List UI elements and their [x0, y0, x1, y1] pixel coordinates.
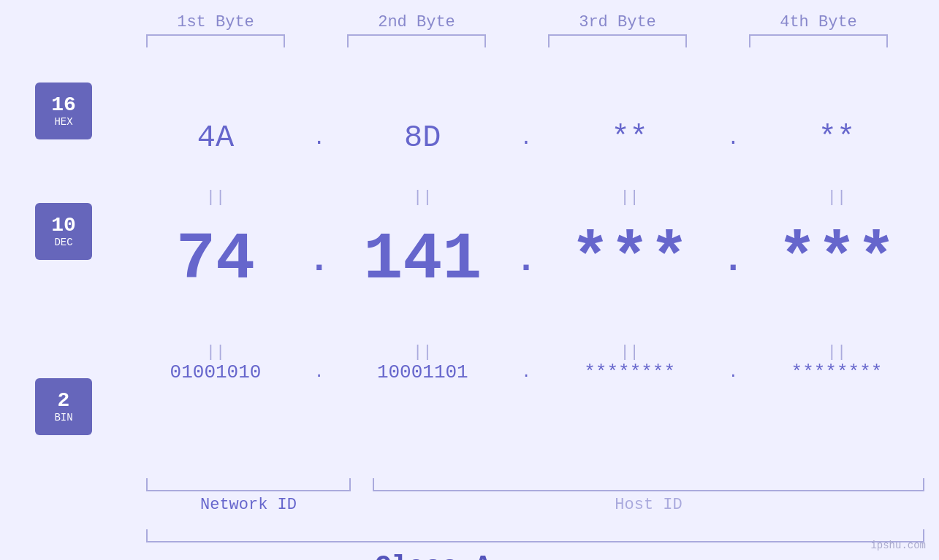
- dec-values: 74 . 141 . *** . ***: [146, 223, 906, 297]
- hex-dot3: .: [727, 127, 740, 150]
- hex-b3: **: [560, 120, 699, 156]
- dec-dot2: .: [515, 239, 537, 281]
- bin-b4: ********: [767, 361, 906, 383]
- hex-b2: 8D: [353, 120, 492, 156]
- dec-row: 74 . 141 . *** . ***: [0, 223, 939, 297]
- bin-b3: ********: [560, 361, 699, 383]
- id-labels: Network ID Host ID: [0, 496, 939, 514]
- eq5: ||: [146, 343, 285, 361]
- watermark: ipshu.com: [870, 540, 926, 551]
- hex-b1: 4A: [146, 120, 285, 156]
- equals-dec-bin: || || || ||: [0, 343, 939, 361]
- dec-dot3: .: [722, 239, 744, 281]
- dec-b1: 74: [146, 223, 285, 297]
- host-bracket: [373, 478, 924, 491]
- dec-b3: ***: [560, 223, 699, 297]
- top-brackets: [115, 34, 919, 47]
- bracket-b3: [548, 34, 687, 47]
- bin-base-label: BIN: [54, 413, 72, 423]
- hex-b4: **: [767, 120, 906, 156]
- bin-dot1: .: [314, 364, 324, 382]
- byte-headers: 1st Byte 2nd Byte 3rd Byte 4th Byte: [115, 0, 919, 31]
- byte3-header: 3rd Byte: [544, 13, 691, 31]
- equals-hex-dec-values: || || || ||: [146, 188, 906, 207]
- equals-hex-dec: || || || ||: [0, 188, 939, 207]
- dec-dot1: .: [308, 239, 330, 281]
- byte2-header: 2nd Byte: [343, 13, 490, 31]
- eq4: ||: [767, 188, 906, 207]
- network-id-label: Network ID: [146, 496, 351, 514]
- bin-values: 01001010 . 10001101 . ******** . *******…: [146, 361, 906, 383]
- eq1: ||: [146, 188, 285, 207]
- byte4-header: 4th Byte: [745, 13, 892, 31]
- bottom-brackets: [0, 478, 939, 491]
- hex-base-number: 16: [51, 94, 76, 117]
- outer-bracket: [146, 529, 924, 542]
- eq2: ||: [353, 188, 492, 207]
- bracket-b4: [749, 34, 888, 47]
- equals-dec-bin-values: || || || ||: [146, 343, 906, 361]
- content-area: 16 HEX 4A . 8D . ** . ** || || ||: [0, 47, 939, 560]
- dec-b2: 141: [353, 223, 492, 297]
- class-label: Class A: [0, 551, 866, 560]
- bin-dot2: .: [521, 364, 531, 382]
- bracket-b2: [347, 34, 486, 47]
- eq6: ||: [353, 343, 492, 361]
- bin-b2: 10001101: [353, 361, 492, 383]
- main-container: 1st Byte 2nd Byte 3rd Byte 4th Byte 16 H…: [0, 0, 939, 560]
- hex-values: 4A . 8D . ** . **: [146, 120, 906, 156]
- bracket-b1: [146, 34, 285, 47]
- bin-row: 01001010 . 10001101 . ******** . *******…: [0, 361, 939, 383]
- eq8: ||: [767, 343, 906, 361]
- dec-b4: ***: [767, 223, 906, 297]
- network-bracket: [146, 478, 351, 491]
- bin-base-number: 2: [58, 390, 70, 413]
- hex-dot2: .: [520, 127, 533, 150]
- eq3: ||: [560, 188, 699, 207]
- eq7: ||: [560, 343, 699, 361]
- byte1-header: 1st Byte: [142, 13, 289, 31]
- hex-row: 4A . 8D . ** . **: [0, 120, 939, 156]
- bin-b1: 01001010: [146, 361, 285, 383]
- hex-dot1: .: [313, 127, 325, 150]
- host-id-label: Host ID: [373, 496, 924, 514]
- bin-dot3: .: [729, 364, 738, 382]
- bin-base-box: 2 BIN: [35, 378, 92, 435]
